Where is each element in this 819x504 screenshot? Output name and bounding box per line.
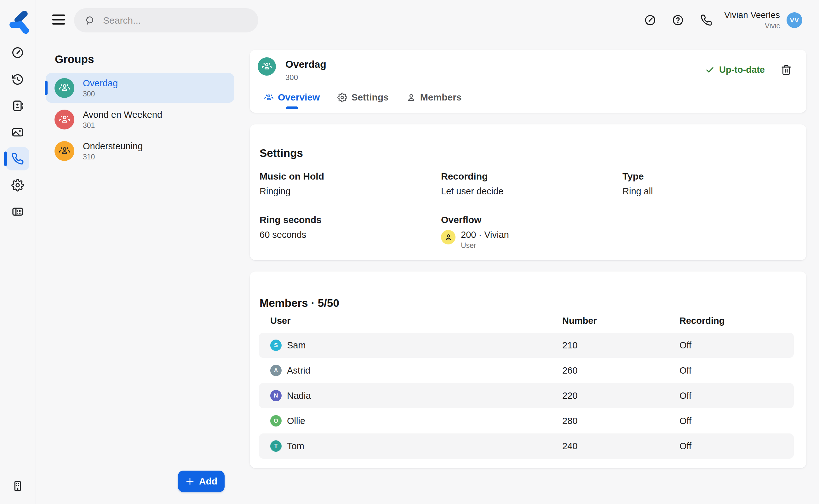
group-detail-header-card: Overdag 300 Overview Settings Members Up… <box>250 50 806 113</box>
user-menu[interactable]: Vivian Veerles Vivic <box>724 10 780 30</box>
rail-item-history[interactable] <box>6 68 29 91</box>
contacts-icon <box>11 100 24 112</box>
member-name: Sam <box>287 340 306 351</box>
member-number: 210 <box>562 340 679 351</box>
menu-toggle-button[interactable] <box>52 14 65 25</box>
help-icon <box>672 14 684 26</box>
group-number: 301 <box>83 121 162 130</box>
status-badge: Up-to-date <box>705 65 765 75</box>
member-name: Ollie <box>287 416 305 426</box>
group-icon <box>59 82 71 94</box>
user-avatar <box>441 230 455 244</box>
search-icon <box>85 15 95 26</box>
members-card-title: Members · 5/50 <box>260 297 339 309</box>
column-number: Number <box>562 316 679 326</box>
field-music-on-hold: Music on Hold Ringing <box>260 171 441 197</box>
member-recording: Off <box>679 391 794 401</box>
member-recording: Off <box>679 441 794 451</box>
member-number: 240 <box>562 441 679 451</box>
phone-icon <box>11 152 24 165</box>
app-root: Vivian Veerles Vivic VV Groups Overdag 3… <box>0 0 819 504</box>
tab-settings[interactable]: Settings <box>337 92 388 109</box>
settings-card-title: Settings <box>260 147 303 159</box>
rail-item-media[interactable] <box>6 121 29 144</box>
group-name: Ondersteuning <box>83 141 143 152</box>
member-row-nadia[interactable]: N Nadia 220 Off <box>259 383 794 408</box>
device-icon <box>11 205 24 218</box>
app-logo[interactable] <box>6 8 32 34</box>
gear-icon <box>337 93 347 102</box>
member-recording: Off <box>679 416 794 426</box>
members-card: Members · 5/50 User Number Recording S S… <box>250 272 806 468</box>
member-avatar: S <box>270 340 282 351</box>
member-name: Nadia <box>287 391 311 401</box>
member-number: 220 <box>562 391 679 401</box>
tab-members[interactable]: Members <box>406 92 462 109</box>
group-icon <box>59 113 71 125</box>
group-icon <box>59 145 71 157</box>
field-ring-seconds: Ring seconds 60 seconds <box>260 214 441 250</box>
member-row-sam[interactable]: S Sam 210 Off <box>259 333 794 358</box>
media-icon <box>11 126 24 139</box>
overflow-target-type: User <box>461 241 509 250</box>
compass-icon <box>644 14 656 26</box>
explore-button[interactable] <box>644 14 656 26</box>
overflow-target: 200 · Vivian <box>461 229 509 240</box>
rail-item-settings[interactable] <box>6 174 29 197</box>
rail-item-calls[interactable] <box>6 147 29 170</box>
group-number: 300 <box>83 90 118 98</box>
group-name: Overdag <box>83 78 118 89</box>
gauge-icon <box>11 46 24 59</box>
member-avatar: A <box>270 365 282 376</box>
field-recording: Recording Let user decide <box>441 171 622 197</box>
rail-active-indicator <box>4 152 7 166</box>
rail-item-contacts[interactable] <box>6 94 29 117</box>
group-detail-title: Overdag <box>285 59 326 70</box>
column-recording: Recording <box>679 316 794 326</box>
delete-group-button[interactable] <box>781 64 792 76</box>
group-item-avond-en-weekend[interactable]: Avond en Weekend 301 <box>46 105 234 134</box>
group-avatar <box>54 78 74 98</box>
member-name: Astrid <box>287 365 310 376</box>
plus-icon <box>185 477 195 486</box>
group-name: Avond en Weekend <box>83 109 162 120</box>
user-account: Vivic <box>724 22 780 30</box>
field-type: Type Ring all <box>622 171 797 197</box>
overflow-user-chip[interactable]: 200 · Vivian User <box>441 229 622 250</box>
group-detail-number: 300 <box>285 73 298 82</box>
nav-rail <box>0 0 36 504</box>
member-row-tom[interactable]: T Tom 240 Off <box>259 433 794 459</box>
member-avatar: N <box>270 390 282 401</box>
rail-item-dashboard[interactable] <box>6 41 29 64</box>
member-row-astrid[interactable]: A Astrid 260 Off <box>259 358 794 383</box>
dial-button[interactable] <box>700 14 712 26</box>
phone-icon <box>700 14 712 26</box>
tab-overview[interactable]: Overview <box>264 92 320 109</box>
rail-item-company[interactable] <box>6 474 29 498</box>
member-number: 260 <box>562 365 679 376</box>
group-item-ondersteuning[interactable]: Ondersteuning 310 <box>46 136 234 166</box>
help-button[interactable] <box>672 14 684 26</box>
user-name: Vivian Veerles <box>724 10 780 20</box>
user-avatar[interactable]: VV <box>787 12 802 28</box>
settings-card: Settings Music on Hold Ringing Recording… <box>250 124 806 260</box>
rail-item-devices[interactable] <box>6 200 29 223</box>
member-avatar: T <box>270 440 282 452</box>
search-input[interactable] <box>102 15 258 26</box>
group-avatar <box>258 57 276 76</box>
add-group-button[interactable]: Add <box>178 471 225 492</box>
member-name: Tom <box>287 441 304 451</box>
groups-title: Groups <box>55 53 94 66</box>
member-recording: Off <box>679 340 794 351</box>
check-icon <box>705 65 715 75</box>
field-overflow: Overflow 200 · Vivian User <box>441 214 622 250</box>
group-item-overdag[interactable]: Overdag 300 <box>46 73 234 103</box>
add-group-label: Add <box>199 476 217 487</box>
member-row-ollie[interactable]: O Ollie 280 Off <box>259 408 794 433</box>
search-bar[interactable] <box>74 8 258 32</box>
member-avatar: O <box>270 415 282 427</box>
group-icon <box>264 93 274 102</box>
group-avatar <box>54 110 74 129</box>
person-icon <box>406 93 416 102</box>
column-user: User <box>270 316 562 326</box>
